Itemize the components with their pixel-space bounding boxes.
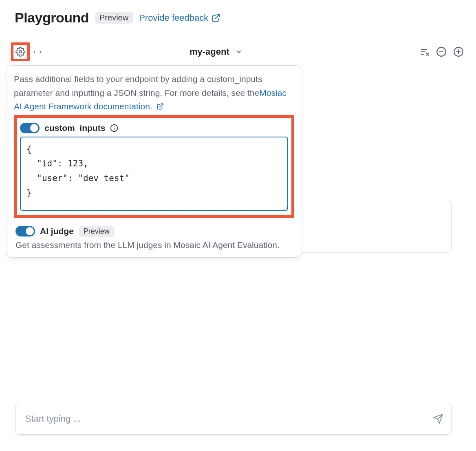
custom-inputs-highlight: custom_inputs [14,115,294,218]
settings-button[interactable] [13,45,27,59]
custom-inputs-textarea[interactable] [20,137,288,211]
playground-main: my-agent [2,34,476,444]
chat-input-wrap [15,403,452,435]
custom-inputs-label: custom_inputs [44,123,105,133]
custom-inputs-toggle[interactable] [20,123,40,133]
clear-filters-button[interactable] [420,47,430,57]
page-header: Playground Preview Provide feedback [0,0,476,34]
settings-intro-text: Pass additional fields to your endpoint … [14,74,262,97]
filter-clear-icon [420,47,430,57]
external-link-icon [212,13,220,22]
svg-line-12 [159,104,163,107]
info-icon[interactable] [110,124,118,132]
add-pane-button[interactable] [453,46,464,57]
ai-judge-description: Get assessments from the LLM judges in M… [15,240,293,250]
provide-feedback-label: Provide feedback [139,13,208,23]
ai-judge-toggle[interactable] [15,226,35,237]
agent-selector[interactable]: my-agent [190,46,242,57]
settings-button-highlight [11,42,30,61]
plus-circle-icon [453,46,464,57]
minus-circle-icon [436,46,447,57]
preview-badge: Preview [95,12,133,24]
provide-feedback-link[interactable]: Provide feedback [139,13,220,23]
agent-name: my-agent [190,46,229,57]
chat-input[interactable] [15,403,452,435]
send-button[interactable] [433,413,443,424]
gear-icon [15,47,25,57]
settings-popover: Pass additional fields to your endpoint … [7,65,301,258]
chevron-down-icon [235,48,242,55]
ai-judge-badge: Preview [79,226,115,237]
svg-point-1 [19,51,22,53]
remove-pane-button[interactable] [436,46,447,57]
ai-judge-label: AI judge [40,226,74,236]
page-title: Playground [15,10,89,26]
chevron-right-icon [38,48,43,55]
svg-line-0 [215,14,219,18]
settings-intro: Pass additional fields to your endpoint … [14,72,294,113]
code-toggle[interactable] [32,48,43,55]
playground-toolbar: my-agent [9,34,476,64]
chevron-left-icon [32,48,37,55]
send-icon [433,413,443,424]
